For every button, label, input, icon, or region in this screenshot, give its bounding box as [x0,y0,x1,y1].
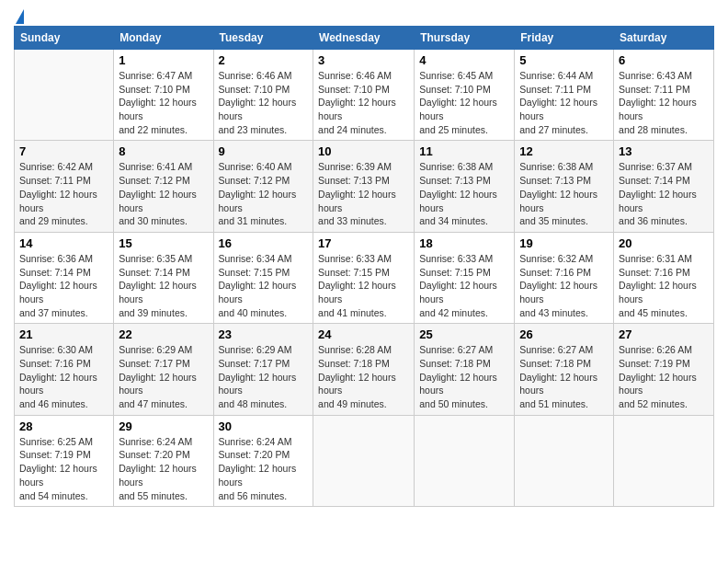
day-info: Sunrise: 6:43 AMSunset: 7:11 PMDaylight:… [619,69,709,136]
day-info: Sunrise: 6:29 AMSunset: 7:17 PMDaylight:… [219,343,309,410]
day-number: 4 [419,53,509,67]
day-info: Sunrise: 6:37 AMSunset: 7:14 PMDaylight:… [619,160,709,227]
week-row-1: 1Sunrise: 6:47 AMSunset: 7:10 PMDaylight… [15,50,714,141]
day-cell: 7Sunrise: 6:42 AMSunset: 7:11 PMDaylight… [15,141,114,232]
day-cell: 19Sunrise: 6:32 AMSunset: 7:16 PMDayligh… [515,232,614,323]
day-cell: 8Sunrise: 6:41 AMSunset: 7:12 PMDaylight… [114,141,213,232]
day-number: 1 [119,53,208,67]
day-info: Sunrise: 6:33 AMSunset: 7:15 PMDaylight:… [318,252,409,319]
day-number: 27 [619,327,709,341]
day-cell: 10Sunrise: 6:39 AMSunset: 7:13 PMDayligh… [313,141,415,232]
week-row-3: 14Sunrise: 6:36 AMSunset: 7:14 PMDayligh… [15,232,714,323]
day-number: 11 [419,144,509,158]
day-cell: 30Sunrise: 6:24 AMSunset: 7:20 PMDayligh… [213,415,313,506]
day-number: 23 [219,327,309,341]
week-row-4: 21Sunrise: 6:30 AMSunset: 7:16 PMDayligh… [15,324,714,415]
day-info: Sunrise: 6:31 AMSunset: 7:16 PMDaylight:… [619,252,709,319]
day-number: 14 [19,236,108,250]
day-number: 10 [318,144,409,158]
day-cell: 27Sunrise: 6:26 AMSunset: 7:19 PMDayligh… [614,324,714,415]
day-number: 30 [219,419,309,433]
day-number: 29 [119,419,208,433]
week-row-2: 7Sunrise: 6:42 AMSunset: 7:11 PMDaylight… [15,141,714,232]
day-info: Sunrise: 6:29 AMSunset: 7:17 PMDaylight:… [119,343,208,410]
day-info: Sunrise: 6:45 AMSunset: 7:10 PMDaylight:… [419,69,509,136]
col-header-monday: Monday [114,27,213,50]
day-cell: 12Sunrise: 6:38 AMSunset: 7:13 PMDayligh… [515,141,614,232]
day-cell: 15Sunrise: 6:35 AMSunset: 7:14 PMDayligh… [114,232,213,323]
day-cell: 6Sunrise: 6:43 AMSunset: 7:11 PMDaylight… [614,50,714,141]
calendar-table: SundayMondayTuesdayWednesdayThursdayFrid… [14,26,714,507]
day-info: Sunrise: 6:44 AMSunset: 7:11 PMDaylight:… [519,69,609,136]
day-number: 25 [419,327,509,341]
day-info: Sunrise: 6:30 AMSunset: 7:16 PMDaylight:… [19,343,108,410]
day-cell: 13Sunrise: 6:37 AMSunset: 7:14 PMDayligh… [614,141,714,232]
day-info: Sunrise: 6:27 AMSunset: 7:18 PMDaylight:… [419,343,509,410]
col-header-tuesday: Tuesday [213,27,313,50]
day-cell: 9Sunrise: 6:40 AMSunset: 7:12 PMDaylight… [213,141,313,232]
day-cell: 26Sunrise: 6:27 AMSunset: 7:18 PMDayligh… [515,324,614,415]
day-number: 2 [219,53,309,67]
day-number: 13 [619,144,709,158]
day-number: 20 [619,236,709,250]
day-number: 15 [119,236,208,250]
col-header-sunday: Sunday [15,27,114,50]
day-cell: 1Sunrise: 6:47 AMSunset: 7:10 PMDaylight… [114,50,213,141]
day-info: Sunrise: 6:39 AMSunset: 7:13 PMDaylight:… [318,160,409,227]
col-header-wednesday: Wednesday [313,27,415,50]
day-info: Sunrise: 6:28 AMSunset: 7:18 PMDaylight:… [318,343,409,410]
logo [14,9,24,18]
day-number: 8 [119,144,208,158]
day-cell [15,50,114,141]
day-info: Sunrise: 6:46 AMSunset: 7:10 PMDaylight:… [318,69,409,136]
day-number: 19 [519,236,609,250]
day-cell: 5Sunrise: 6:44 AMSunset: 7:11 PMDaylight… [515,50,614,141]
day-cell: 22Sunrise: 6:29 AMSunset: 7:17 PMDayligh… [114,324,213,415]
col-header-friday: Friday [515,27,614,50]
day-cell [313,415,415,506]
day-cell: 18Sunrise: 6:33 AMSunset: 7:15 PMDayligh… [415,232,515,323]
day-cell: 14Sunrise: 6:36 AMSunset: 7:14 PMDayligh… [15,232,114,323]
day-info: Sunrise: 6:38 AMSunset: 7:13 PMDaylight:… [419,160,509,227]
day-cell: 17Sunrise: 6:33 AMSunset: 7:15 PMDayligh… [313,232,415,323]
day-cell [614,415,714,506]
header-row: SundayMondayTuesdayWednesdayThursdayFrid… [15,27,714,50]
day-cell: 20Sunrise: 6:31 AMSunset: 7:16 PMDayligh… [614,232,714,323]
week-row-5: 28Sunrise: 6:25 AMSunset: 7:19 PMDayligh… [15,415,714,506]
day-cell: 11Sunrise: 6:38 AMSunset: 7:13 PMDayligh… [415,141,515,232]
day-number: 22 [119,327,208,341]
day-cell: 3Sunrise: 6:46 AMSunset: 7:10 PMDaylight… [313,50,415,141]
day-info: Sunrise: 6:26 AMSunset: 7:19 PMDaylight:… [619,343,709,410]
day-number: 3 [318,53,409,67]
day-cell [515,415,614,506]
day-info: Sunrise: 6:27 AMSunset: 7:18 PMDaylight:… [519,343,609,410]
day-info: Sunrise: 6:40 AMSunset: 7:12 PMDaylight:… [219,160,309,227]
logo-triangle-icon [16,9,24,24]
day-number: 9 [219,144,309,158]
day-info: Sunrise: 6:32 AMSunset: 7:16 PMDaylight:… [519,252,609,319]
day-number: 17 [318,236,409,250]
day-info: Sunrise: 6:33 AMSunset: 7:15 PMDaylight:… [419,252,509,319]
day-number: 7 [19,144,108,158]
day-cell: 21Sunrise: 6:30 AMSunset: 7:16 PMDayligh… [15,324,114,415]
day-number: 28 [19,419,108,433]
day-cell: 4Sunrise: 6:45 AMSunset: 7:10 PMDaylight… [415,50,515,141]
day-info: Sunrise: 6:46 AMSunset: 7:10 PMDaylight:… [219,69,309,136]
day-number: 5 [519,53,609,67]
day-info: Sunrise: 6:41 AMSunset: 7:12 PMDaylight:… [119,160,208,227]
day-number: 12 [519,144,609,158]
col-header-thursday: Thursday [415,27,515,50]
day-info: Sunrise: 6:42 AMSunset: 7:11 PMDaylight:… [19,160,108,227]
day-cell: 29Sunrise: 6:24 AMSunset: 7:20 PMDayligh… [114,415,213,506]
day-info: Sunrise: 6:38 AMSunset: 7:13 PMDaylight:… [519,160,609,227]
day-cell: 24Sunrise: 6:28 AMSunset: 7:18 PMDayligh… [313,324,415,415]
day-cell [415,415,515,506]
day-cell: 2Sunrise: 6:46 AMSunset: 7:10 PMDaylight… [213,50,313,141]
day-info: Sunrise: 6:24 AMSunset: 7:20 PMDaylight:… [219,435,309,502]
main-container: SundayMondayTuesdayWednesdayThursdayFrid… [0,0,728,516]
day-info: Sunrise: 6:47 AMSunset: 7:10 PMDaylight:… [119,69,208,136]
day-number: 16 [219,236,309,250]
col-header-saturday: Saturday [614,27,714,50]
day-info: Sunrise: 6:35 AMSunset: 7:14 PMDaylight:… [119,252,208,319]
day-info: Sunrise: 6:25 AMSunset: 7:19 PMDaylight:… [19,435,108,502]
